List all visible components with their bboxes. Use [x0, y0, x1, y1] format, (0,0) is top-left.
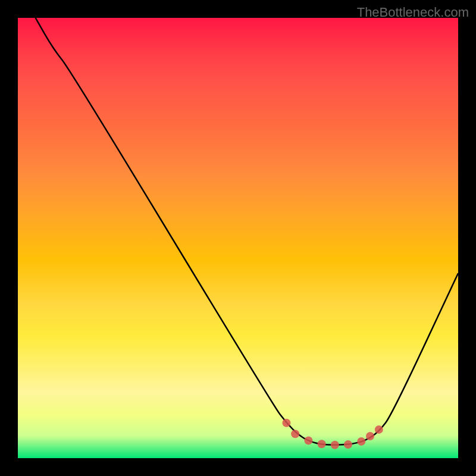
watermark-text: TheBottleneck.com	[357, 5, 469, 20]
bottleneck-curve	[18, 18, 458, 458]
plot-area	[18, 18, 458, 458]
